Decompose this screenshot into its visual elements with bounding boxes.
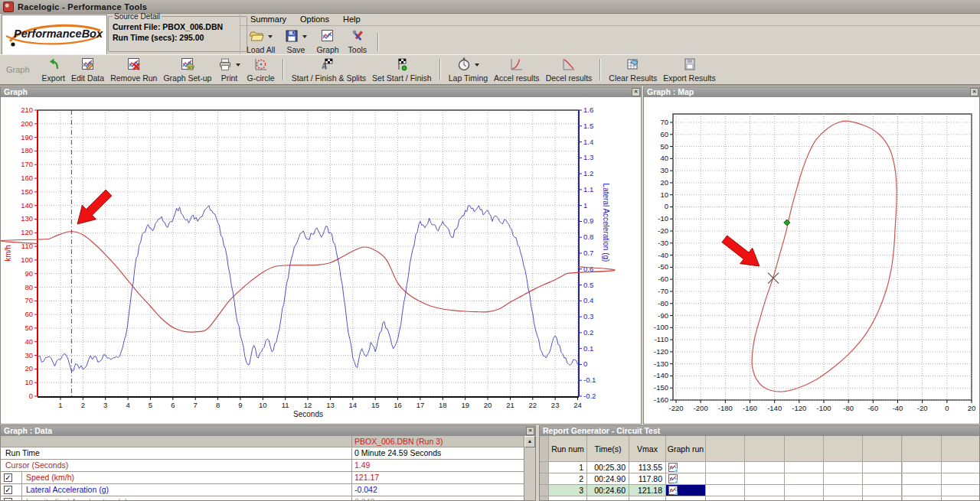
report-cell-run-num[interactable]: 1 [549,462,587,473]
graph-run-icon[interactable] [668,486,678,495]
remove-run-label: Remove Run [110,73,157,83]
dropdown-arrow-icon[interactable] [268,35,273,38]
report-cell-time-s[interactable]: 00:25.30 [587,462,629,473]
svg-text:-160: -160 [654,395,668,404]
report-cell-vmax[interactable]: 113.55 [629,462,666,473]
report-cell-empty[interactable] [549,496,587,501]
checkbox-checked[interactable]: ✓ [4,486,12,494]
data-row-label: Longitudinal Acceleration (g) [26,496,128,501]
report-cell-run-num[interactable]: 3 [549,485,587,496]
report-cell-empty[interactable] [785,496,824,501]
export-button[interactable]: Export [39,56,68,83]
report-cell-empty[interactable] [903,473,942,485]
decel-results-button[interactable]: Decel results [543,56,596,83]
menu-item-summary[interactable]: Summary [243,14,293,24]
svg-text:-140: -140 [654,371,668,379]
save-button[interactable]: Save [281,28,310,55]
svg-text:-0.1: -0.1 [583,376,596,384]
accel-icon [509,57,524,73]
print-button[interactable]: Print [214,56,243,83]
checkbox-unchecked[interactable] [4,498,12,501]
data-row-value: 1.49 [354,460,370,471]
report-cell-empty[interactable] [863,473,902,485]
report-cell-empty[interactable] [824,462,863,473]
graph-run-icon[interactable] [668,463,678,472]
report-column-header-graph-run: Graph run [666,436,706,462]
report-cell-empty[interactable] [903,485,942,496]
report-cell-empty[interactable] [903,496,942,501]
track-map-chart[interactable]: -160-150-140-130-120-110-100-90-80-70-60… [644,97,979,425]
data-panel-scrollbar[interactable]: ▲ [524,436,535,500]
report-cell-vmax[interactable]: 121.18 [629,485,666,496]
report-cell-empty[interactable] [629,496,666,501]
report-cell-empty[interactable] [745,496,784,501]
report-cell-empty[interactable] [706,473,745,485]
report-cell-empty[interactable] [706,485,745,496]
svg-text:0: 0 [583,359,587,368]
report-cell-empty[interactable] [745,462,784,473]
report-cell-empty[interactable] [745,485,784,496]
report-cell-graph-run[interactable] [666,496,706,501]
report-cell-empty[interactable] [824,485,863,496]
data-row-cursor-seconds[interactable]: Cursor (Seconds)1.49 [1,460,526,472]
report-cell-empty[interactable] [824,496,863,501]
scroll-up-icon[interactable]: ▲ [524,436,535,447]
report-cell-empty[interactable] [785,473,824,485]
report-cell-graph-run[interactable] [666,485,706,496]
export-results-button[interactable]: Export Results [660,56,718,83]
dropdown-arrow-icon[interactable] [475,63,479,67]
report-cell-empty[interactable] [863,485,902,496]
report-cell-empty[interactable] [824,473,863,485]
report-cell-empty[interactable] [785,485,824,496]
clear-results-button[interactable]: Clear Results [606,56,660,83]
report-cell-empty[interactable] [745,473,784,485]
close-icon[interactable]: × [526,427,534,435]
edit-data-button[interactable]: Edit Data [68,56,107,83]
load-all-button[interactable]: Load All [243,28,278,55]
remove-run-button[interactable]: Remove Run [107,56,160,83]
speed-lateral-chart[interactable]: 0102030405060708090100110120130140150160… [1,97,641,425]
close-icon[interactable]: × [970,88,978,96]
report-cell-empty[interactable] [785,462,824,473]
report-cell-vmax[interactable]: 117.80 [629,473,666,485]
graph-run-icon[interactable] [668,474,678,483]
report-cell-empty[interactable] [706,496,745,501]
report-cell-graph-run[interactable] [666,462,706,473]
graph-button[interactable]: Graph [313,28,341,55]
report-cell-empty[interactable] [942,496,980,501]
lap-timing-button[interactable]: Lap Timing [446,56,491,83]
data-row-speed-km-h[interactable]: ✓Speed (km/h)121.17 [1,472,526,484]
checkbox-checked[interactable]: ✓ [4,473,12,482]
accel-results-button[interactable]: Accel results [491,56,543,83]
close-icon[interactable]: × [632,88,640,96]
set-start-finish-button[interactable]: Set Start / Finish [369,56,435,83]
svg-text:-80: -80 [843,404,854,412]
data-row-lateral-acceleration-g[interactable]: ✓Lateral Acceleration (g)-0.042 [1,484,526,496]
report-cell-empty[interactable] [903,462,942,473]
data-row-label: Speed (km/h) [26,472,74,483]
dropdown-arrow-icon[interactable] [236,63,240,67]
dropdown-arrow-icon[interactable] [302,35,307,38]
data-row-run-time[interactable]: Run Time0 Minute 24.59 Seconds [1,447,526,460]
report-cell-graph-run[interactable] [666,473,706,485]
tools-button[interactable]: Tools [345,28,371,55]
report-cell-time-s[interactable]: 00:24.90 [587,473,629,485]
report-cell-empty[interactable] [942,462,980,473]
report-cell-empty[interactable] [587,496,629,501]
graph-set-up-label: Graph Set-up [163,73,211,83]
report-cell-empty[interactable] [706,462,745,473]
report-cell-empty[interactable] [863,462,902,473]
svg-text:-60: -60 [658,275,668,283]
report-cell-empty[interactable] [942,473,980,485]
graph-set-up-button[interactable]: EVGraph Set-up [160,56,214,83]
svg-text:210: 210 [21,106,33,114]
report-cell-empty[interactable] [863,496,902,501]
data-row-longitudinal-acceleration-g[interactable]: Longitudinal Acceleration (g)0.043 [1,496,526,501]
start-finish-splits-button[interactable]: AStart / Finish & Splits [289,56,369,83]
report-cell-run-num[interactable]: 2 [549,473,587,485]
report-cell-time-s[interactable]: 00:24.60 [587,485,629,496]
report-cell-empty[interactable] [942,485,980,496]
menu-item-help[interactable]: Help [336,14,368,24]
menu-item-options[interactable]: Options [293,14,336,24]
g-circle-button[interactable]: G-circle [243,56,277,83]
